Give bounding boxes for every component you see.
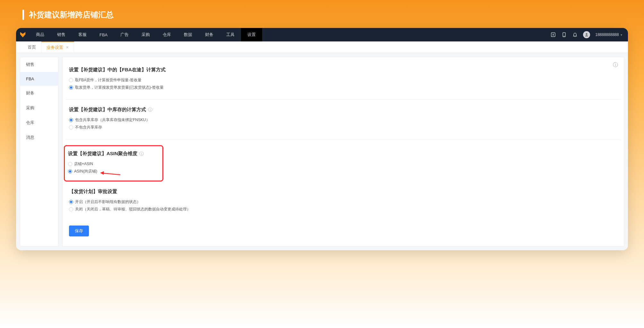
nav-item-fba[interactable]: FBA bbox=[93, 28, 114, 41]
section-title: 设置【补货建议】中的【FBA在途】计算方式 bbox=[69, 67, 621, 73]
svg-marker-5 bbox=[100, 171, 104, 175]
tab-home[interactable]: 首页 bbox=[22, 41, 41, 53]
nav-item-service[interactable]: 客服 bbox=[72, 28, 93, 41]
nav-items: 商品 销售 客服 FBA 广告 采购 仓库 数据 财务 工具 设置 bbox=[30, 28, 262, 41]
mobile-icon[interactable] bbox=[561, 32, 567, 38]
settings-sidebar: 销售 FBA 财务 采购 仓库 消息 bbox=[20, 57, 58, 246]
section-fba-in-transit: 设置【补货建议】中的【FBA在途】计算方式 取FBA货件，计算按货件申报量-签收… bbox=[66, 67, 621, 100]
app-logo[interactable] bbox=[16, 28, 30, 41]
highlighted-asin-section: 设置【补货建议】ASIN聚合维度 ⓘ 店铺+ASIN ASIN(跨店铺) bbox=[64, 145, 163, 182]
radio-label: 开启（开启后不影响现有数据的状态） bbox=[75, 199, 141, 205]
nav-item-warehouse[interactable]: 仓库 bbox=[156, 28, 177, 41]
top-navigation: 商品 销售 客服 FBA 广告 采购 仓库 数据 财务 工具 设置 bbox=[16, 28, 628, 41]
nav-right-cluster: 18888888888 ▾ bbox=[550, 31, 628, 38]
radio-label: 关闭（关闭后，草稿、待审核、驳回状态的数据自动变更成待处理） bbox=[75, 207, 191, 212]
nav-item-purchase[interactable]: 采购 bbox=[135, 28, 156, 41]
banner-accent-bar bbox=[22, 10, 24, 20]
radio-icon bbox=[69, 118, 73, 122]
radio-icon bbox=[69, 85, 73, 90]
sidebar-item-warehouse[interactable]: 仓库 bbox=[20, 115, 58, 130]
annotation-arrow-icon bbox=[99, 170, 122, 177]
radio-option-delivery-order[interactable]: 取发货单，计算按发货单发货量(已发货状态)-签收量 bbox=[69, 85, 621, 90]
section-title: 【发货计划】审批设置 bbox=[69, 189, 621, 195]
save-button[interactable]: 保存 bbox=[69, 226, 89, 236]
sidebar-item-sales[interactable]: 销售 bbox=[20, 57, 58, 72]
section-title: 设置【补货建议】ASIN聚合维度 ⓘ bbox=[68, 151, 159, 157]
section-title-text: 设置【补货建议】ASIN聚合维度 bbox=[68, 151, 137, 157]
download-icon[interactable] bbox=[550, 32, 556, 38]
close-icon[interactable]: ✕ bbox=[66, 45, 69, 49]
radio-icon bbox=[68, 169, 72, 173]
svg-point-2 bbox=[564, 36, 564, 36]
body-area: 销售 FBA 财务 采购 仓库 消息 ⓘ 设置【补货建议】中的【FBA在途】计算… bbox=[16, 53, 628, 250]
help-icon[interactable]: ⓘ bbox=[613, 62, 618, 68]
radio-icon bbox=[69, 78, 73, 82]
nav-item-data[interactable]: 数据 bbox=[177, 28, 199, 41]
user-phone-text: 18888888888 bbox=[595, 32, 619, 37]
help-icon[interactable]: ⓘ bbox=[148, 107, 152, 113]
section-inventory-calc: 设置【补货建议】中库存的计算方式 ⓘ 包含共享库存（共享库存指未绑定FNSKU）… bbox=[66, 107, 621, 139]
radio-label: 取FBA货件，计算按货件申报量-签收量 bbox=[75, 77, 142, 83]
nav-item-finance[interactable]: 财务 bbox=[199, 28, 220, 41]
settings-content: ⓘ 设置【补货建议】中的【FBA在途】计算方式 取FBA货件，计算按货件申报量-… bbox=[62, 57, 624, 246]
radio-icon bbox=[68, 162, 72, 166]
nav-item-tools[interactable]: 工具 bbox=[220, 28, 241, 41]
sidebar-item-messages[interactable]: 消息 bbox=[20, 130, 58, 145]
radio-label: 包含共享库存（共享库存指未绑定FNSKU） bbox=[75, 117, 150, 123]
nav-item-sales[interactable]: 销售 bbox=[51, 28, 72, 41]
user-avatar[interactable] bbox=[583, 31, 590, 38]
fox-logo-icon bbox=[19, 31, 26, 38]
radio-option-fba-shipment[interactable]: 取FBA货件，计算按货件申报量-签收量 bbox=[69, 77, 621, 83]
nav-item-products[interactable]: 商品 bbox=[30, 28, 51, 41]
radio-icon bbox=[69, 207, 73, 211]
section-shipping-approval: 【发货计划】审批设置 开启（开启后不影响现有数据的状态） 关闭（关闭后，草稿、待… bbox=[66, 189, 621, 221]
sidebar-item-fba[interactable]: FBA bbox=[20, 72, 58, 86]
section-title-text: 设置【补货建议】中库存的计算方式 bbox=[69, 107, 146, 113]
radio-label: ASIN(跨店铺) bbox=[74, 169, 97, 174]
tab-label: 业务设置 bbox=[47, 45, 63, 50]
page-tabs: 首页 业务设置 ✕ bbox=[16, 41, 628, 53]
caret-down-icon: ▾ bbox=[621, 33, 622, 37]
radio-option-include-shared[interactable]: 包含共享库存（共享库存指未绑定FNSKU） bbox=[69, 117, 621, 123]
banner-title: 补货建议新增跨店铺汇总 bbox=[29, 10, 114, 20]
nav-item-ads[interactable]: 广告 bbox=[114, 28, 135, 41]
page-banner: 补货建议新增跨店铺汇总 bbox=[16, 10, 628, 20]
app-window: 商品 销售 客服 FBA 广告 采购 仓库 数据 财务 工具 设置 bbox=[16, 28, 628, 250]
radio-label: 店铺+ASIN bbox=[74, 161, 93, 167]
radio-option-exclude-shared[interactable]: 不包含共享库存 bbox=[69, 125, 621, 130]
nav-item-settings[interactable]: 设置 bbox=[241, 28, 262, 41]
radio-icon bbox=[69, 125, 73, 129]
bell-icon[interactable] bbox=[572, 32, 578, 38]
svg-line-4 bbox=[103, 173, 120, 175]
radio-option-shop-plus-asin[interactable]: 店铺+ASIN bbox=[68, 161, 159, 167]
radio-option-enable[interactable]: 开启（开启后不影响现有数据的状态） bbox=[69, 199, 621, 205]
help-icon[interactable]: ⓘ bbox=[139, 151, 144, 157]
radio-label: 不包含共享库存 bbox=[75, 125, 102, 130]
sidebar-item-purchase[interactable]: 采购 bbox=[20, 101, 58, 115]
user-phone-label[interactable]: 18888888888 ▾ bbox=[595, 32, 622, 37]
radio-label: 取发货单，计算按发货单发货量(已发货状态)-签收量 bbox=[75, 85, 164, 90]
svg-point-3 bbox=[586, 33, 588, 35]
radio-icon bbox=[69, 200, 73, 204]
section-title: 设置【补货建议】中库存的计算方式 ⓘ bbox=[69, 107, 621, 113]
tab-label: 首页 bbox=[28, 44, 36, 50]
sidebar-item-finance[interactable]: 财务 bbox=[20, 86, 58, 101]
tab-business-settings[interactable]: 业务设置 ✕ bbox=[41, 41, 74, 53]
radio-option-disable[interactable]: 关闭（关闭后，草稿、待审核、驳回状态的数据自动变更成待处理） bbox=[69, 207, 621, 212]
